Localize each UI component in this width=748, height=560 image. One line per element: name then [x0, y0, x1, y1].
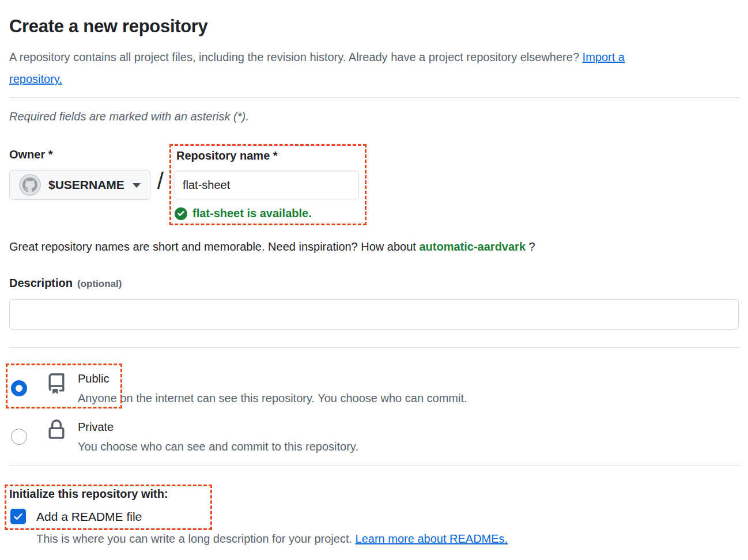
- initialize-heading: Initialize this repository with:: [9, 487, 739, 501]
- availability-status: flat-sheet is available.: [175, 207, 359, 220]
- repo-name-required-mark: *: [273, 149, 278, 162]
- intro-text: A repository contains all project files,…: [9, 46, 660, 90]
- owner-repo-separator: /: [157, 169, 164, 192]
- owner-field: Owner * $USERNAME: [9, 147, 150, 200]
- public-radio[interactable]: [11, 380, 27, 396]
- checkmark-icon: [13, 511, 24, 522]
- public-option-text: Public Anyone on the internet can see th…: [78, 371, 467, 405]
- lock-icon: [46, 419, 67, 453]
- chevron-down-icon: [133, 183, 141, 188]
- required-fields-note: Required fields are marked with an aster…: [9, 109, 739, 123]
- intro-text-body: A repository contains all project files,…: [9, 51, 583, 63]
- learn-more-readmes-link[interactable]: Learn more about READMEs.: [356, 532, 508, 545]
- divider: [9, 347, 740, 348]
- description-optional-note: (optional): [77, 278, 122, 289]
- repository-name-input[interactable]: [175, 171, 359, 199]
- create-repository-page: Create a new repository A repository con…: [0, 0, 748, 560]
- check-circle-icon: [175, 207, 187, 220]
- divider: [9, 97, 740, 98]
- readme-helper-text: This is where you can write a long descr…: [36, 532, 739, 546]
- public-label: Public: [78, 371, 467, 386]
- owner-label: Owner *: [9, 147, 150, 161]
- owner-selected-name: $USERNAME: [48, 178, 124, 192]
- visibility-option-private: Private You choose who can see and commi…: [11, 419, 748, 453]
- readme-checkbox-label: Add a README file: [36, 510, 142, 524]
- private-radio[interactable]: [11, 429, 27, 445]
- availability-message: flat-sheet is available.: [192, 207, 312, 220]
- owner-required-mark: *: [48, 148, 53, 161]
- readme-checkbox[interactable]: [10, 509, 26, 524]
- repo-name-label: Repository name *: [176, 149, 359, 162]
- repo-book-icon: [46, 373, 67, 405]
- divider: [9, 465, 740, 466]
- repo-name-annotation-box: Repository name * flat-sheet is availabl…: [169, 144, 367, 225]
- repo-suggestion-text: Great repository names are short and mem…: [9, 239, 739, 254]
- description-label: Description(optional): [9, 276, 739, 291]
- owner-dropdown[interactable]: $USERNAME: [9, 170, 150, 200]
- suggested-repo-name: automatic-aardvark: [419, 240, 526, 253]
- page-title: Create a new repository: [9, 15, 739, 38]
- owner-repo-row: Owner * $USERNAME / Repository name * fl…: [9, 147, 748, 225]
- readme-checkbox-row: Add a README file: [10, 509, 748, 524]
- octocat-avatar-icon: [19, 174, 41, 196]
- visibility-option-public: Public Anyone on the internet can see th…: [11, 371, 748, 405]
- private-description: You choose who can see and commit to thi…: [78, 440, 358, 453]
- public-description: Anyone on the internet can see this repo…: [78, 391, 467, 405]
- private-label: Private: [78, 419, 358, 434]
- private-option-text: Private You choose who can see and commi…: [78, 419, 358, 453]
- description-input[interactable]: [9, 299, 739, 330]
